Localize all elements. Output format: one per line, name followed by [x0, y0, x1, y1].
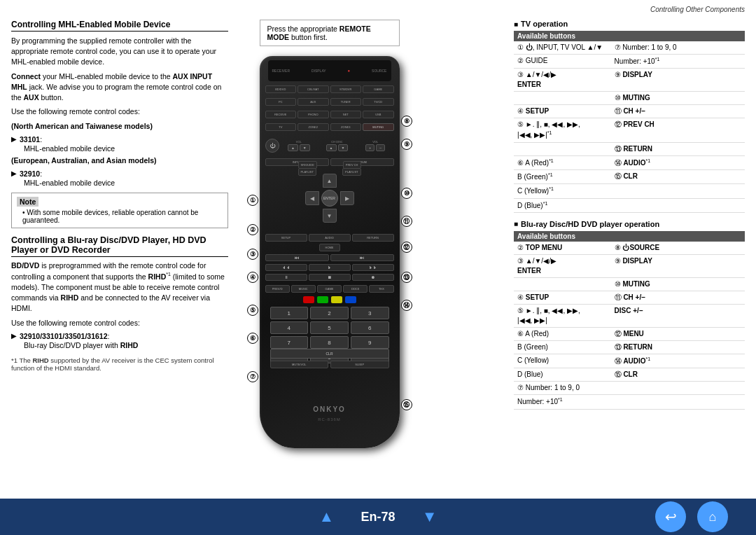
section1-para3: Use the following remote control codes:: [11, 106, 228, 117]
table-cell: ⑮ CLR: [611, 169, 745, 183]
page-header: Controlling Other Components: [650, 6, 745, 13]
table-row: ⑬ RETURN: [514, 142, 745, 155]
code1-item: ▶ 33101:: [11, 135, 228, 144]
north-american-label: (North American and Taiwanese models): [11, 121, 228, 132]
callout-13: ⑬: [401, 272, 412, 283]
table-cell: [611, 382, 745, 395]
table-row: Number: +10*1: [514, 395, 745, 409]
table-cell: D (Blue)*1: [514, 198, 611, 212]
callout-9: ⑨: [401, 139, 412, 150]
table-row: ④ SETUP ⑪ CH +/–: [514, 291, 745, 304]
table-row: ② GUIDE Number: +10*1: [514, 55, 745, 69]
page-number: En-78: [360, 510, 395, 524]
table-cell: ⑨ DISPLAY: [611, 254, 745, 277]
back-button[interactable]: ↩: [655, 501, 686, 532]
callout-10: ⑩: [401, 188, 412, 199]
table-cell: ⑪ CH +/–: [611, 105, 745, 118]
next-page-button[interactable]: ▼: [416, 503, 443, 530]
callout-11: ⑪: [401, 216, 412, 227]
table-cell: DISC +/–: [611, 304, 745, 327]
section2-title: Controlling a Blu-ray Disc/DVD Player, H…: [11, 235, 228, 257]
table-cell: ⑬ RETURN: [611, 142, 745, 155]
callout-15: ⑮: [401, 399, 412, 410]
table-row: B (Green) ⑬ RETURN: [514, 340, 745, 354]
table-cell: ⑦ Number: 1 to 9, 0: [514, 382, 611, 395]
table-cell: B (Green)*1: [514, 169, 611, 183]
remote-wrapper: ① ② ③ ④ ⑤ ⑥ ⑦ ⑧ ⑨ ⑩ ⑪ ⑫ ⑬ ⑭ ⑮ RECEIVER: [232, 56, 428, 448]
table-row: ⑦ Number: 1 to 9, 0: [514, 382, 745, 395]
table-cell: [611, 198, 745, 212]
table-cell: ⑤ ►. ‖, ■, ◀◀, ▶▶,|◀◀, ▶▶|*1: [514, 118, 611, 142]
code3-item: ▶ 32910/33101/33501/31612:: [11, 332, 228, 340]
table-cell: ⑥ A (Red): [514, 327, 611, 340]
table-row: ① ⏻, INPUT, TV VOL ▲/▼ ⑦ Number: 1 to 9,…: [514, 41, 745, 55]
home-button[interactable]: ⌂: [697, 501, 728, 532]
prev-page-button[interactable]: ▲: [313, 503, 340, 530]
table-cell: ④ SETUP: [514, 105, 611, 118]
code3-desc: Blu-ray Disc/DVD player with RIHD: [24, 341, 228, 349]
table-cell: [514, 277, 611, 291]
callout-12: ⑫: [401, 242, 412, 253]
table-cell: ⑪ CH +/–: [611, 291, 745, 304]
table-cell: [611, 184, 745, 198]
table-row: ④ SETUP ⑪ CH +/–: [514, 105, 745, 118]
table-row: ⑥ A (Red)*1 ⑭ AUDIO*1: [514, 155, 745, 169]
press-box: Press the appropriate REMOTEMODE button …: [260, 20, 400, 46]
table-cell: ⑥ A (Red)*1: [514, 155, 611, 169]
callout-5: ⑤: [247, 305, 258, 316]
callout-8: ⑧: [401, 116, 412, 127]
table-cell: ⑭ AUDIO*1: [611, 354, 745, 368]
tv-table-header: Available buttons: [514, 31, 745, 41]
table-cell: ⑤ ►. ‖, ■, ◀◀, ▶▶,|◀◀, ▶▶|: [514, 304, 611, 327]
press-box-container: Press the appropriate REMOTEMODE button …: [230, 20, 429, 52]
callout-4: ④: [247, 272, 258, 283]
tv-section-title: TV operation: [514, 20, 745, 28]
table-cell: ⑨ DISPLAY: [611, 69, 745, 92]
table-row: ⑩ MUTING: [514, 277, 745, 291]
table-cell: ⑧ ⏻SOURCE: [611, 242, 745, 255]
callout-1: ①: [247, 195, 258, 206]
section1-para1: By programming the supplied remote contr…: [11, 36, 228, 68]
section2-para1: BD/DVD is preprogrammed with the remote …: [11, 260, 228, 314]
table-row: B (Green)*1 ⑮ CLR: [514, 169, 745, 183]
table-cell: ④ SETUP: [514, 291, 611, 304]
table-cell: ③ ▲/▼/◀/▶ENTER: [514, 69, 611, 92]
table-cell: [611, 395, 745, 409]
note-text: With some mobile devices, reliable opera…: [22, 209, 223, 224]
table-row: ② TOP MENU ⑧ ⏻SOURCE: [514, 242, 745, 255]
section1-title: Controlling MHL-Enabled Mobile Device: [11, 20, 228, 32]
table-cell: ② TOP MENU: [514, 242, 611, 255]
table-row: ⑩ MUTING: [514, 92, 745, 105]
table-cell: ⑭ AUDIO*1: [611, 155, 745, 169]
table-row: ③ ▲/▼/◀/▶ENTER ⑨ DISPLAY: [514, 254, 745, 277]
table-row: C (Yellow)*1: [514, 184, 745, 198]
onkyo-brand: ONKYO: [313, 405, 346, 413]
callout-6: ⑥: [247, 333, 258, 344]
table-cell: ⑮ CLR: [611, 368, 745, 382]
right-column: TV operation Available buttons ① ⏻, INPU…: [514, 20, 745, 417]
note-title: Note: [17, 197, 38, 207]
bluray-section-title: Blu-ray Disc/HD DVD player operation: [514, 220, 745, 228]
table-row: ⑤ ►. ‖, ■, ◀◀, ▶▶,|◀◀, ▶▶| DISC +/–: [514, 304, 745, 327]
code1-desc: MHL-enabled mobile device: [24, 144, 228, 153]
table-row: ⑤ ►. ‖, ■, ◀◀, ▶▶,|◀◀, ▶▶|*1 ⑫ PREV CH: [514, 118, 745, 142]
european-label: (European, Australian, and Asian models): [11, 155, 228, 166]
table-cell: ⑬ RETURN: [611, 340, 745, 354]
table-cell: B (Green): [514, 340, 611, 354]
callout-2: ②: [247, 224, 258, 235]
table-cell: C (Yellow)*1: [514, 184, 611, 198]
section2-para2: Use the following remote control codes:: [11, 318, 228, 328]
table-row: ③ ▲/▼/◀/▶ENTER ⑨ DISPLAY: [514, 69, 745, 92]
footnote: *1 The RIHD supported by the AV receiver…: [11, 356, 228, 372]
table-cell: ① ⏻, INPUT, TV VOL ▲/▼: [514, 41, 611, 55]
table-cell: ② GUIDE: [514, 55, 611, 69]
table-cell: ⑩ MUTING: [611, 277, 745, 291]
note-box: Note With some mobile devices, reliable …: [11, 193, 228, 228]
table-cell: ⑩ MUTING: [611, 92, 745, 105]
section1-para2: Connect your MHL-enabled mobile device t…: [11, 71, 228, 104]
bluray-available-table: Available buttons ② TOP MENU ⑧ ⏻SOURCE ③…: [514, 231, 745, 410]
table-cell: D (Blue): [514, 368, 611, 382]
table-row: ⑥ A (Red) ⑫ MENU: [514, 327, 745, 340]
callout-7: ⑦: [247, 371, 258, 382]
bottom-navigation-bar: ▲ En-78 ▼ ↩ ⌂: [0, 499, 756, 535]
